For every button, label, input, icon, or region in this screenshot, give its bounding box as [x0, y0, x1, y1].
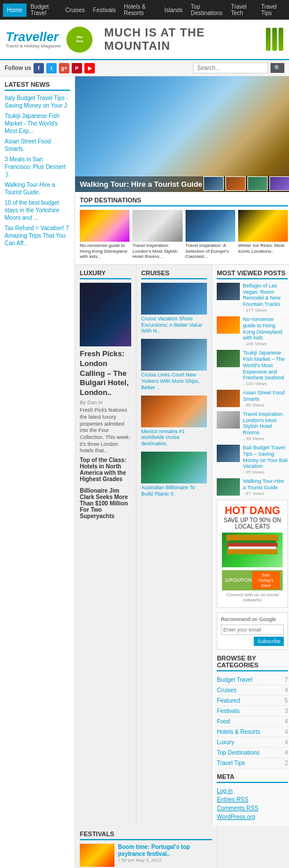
festival-item[interactable]: Boom time: Portugal's top psytrance fest… — [80, 844, 212, 867]
most-viewed-item[interactable]: Walking Tour-Hire a Tourist Guide- 97 Vi… — [217, 478, 288, 496]
header-ad-text: MUCH IS AT THE MOUNTAIN — [104, 26, 266, 53]
nav-item-festivals[interactable]: Festivals — [89, 3, 120, 17]
destination-item[interactable]: Travel Inspiration: A Selection of Europ… — [186, 210, 235, 260]
hero-thumb[interactable] — [247, 176, 268, 191]
nav-item-hotels-&-resorts[interactable]: Hotels & Resorts — [120, 0, 160, 20]
nav-item-budget-travel[interactable]: Budget Travel — [27, 0, 61, 20]
festivals-section-wrapper: Festivals Boom time: Portugal's top psyt… — [75, 826, 289, 868]
news-item[interactable]: 3 Meals in San Francisco: Plus Dessert :… — [5, 156, 70, 178]
luxury-title: Luxury — [80, 269, 131, 279]
most-viewed-item[interactable]: Bellagio of Las Vegas: Room Remodel & Ne… — [217, 283, 288, 313]
luxury-sub1[interactable]: Top of the Class: Hotels in North Americ… — [80, 457, 131, 482]
news-item[interactable]: Asian Street Food Smarts. — [5, 138, 70, 153]
meta-link[interactable]: WordPress.org — [217, 812, 288, 821]
twitter-icon[interactable]: t — [46, 63, 57, 73]
luxury-cruises-section: Luxury Fresh Picks: London Calling – The… — [75, 265, 289, 826]
left-sidebar: Latest News Italy Budget Travel Tips - S… — [0, 76, 75, 868]
groupon-label: GROUPON — [225, 577, 252, 583]
right-sidebar: Most Viewed Posts Bellagio of Las Vegas:… — [212, 265, 289, 826]
follow-label: Follow us — [5, 65, 31, 71]
subscribe-button[interactable]: Subscribe — [254, 637, 284, 646]
email-input[interactable] — [221, 625, 284, 635]
most-viewed-count: - 100 Views — [243, 381, 288, 386]
cruise-caption: Cruise Lines Court New Yorkers With More… — [141, 372, 207, 390]
facebook-icon[interactable]: f — [34, 63, 44, 73]
youtube-icon[interactable]: ▶ — [84, 63, 95, 73]
cruise-item[interactable]: Mexico remains #1 worldwide cruise desti… — [141, 396, 207, 447]
category-label: Top Destinations — [217, 749, 260, 756]
category-item[interactable]: Hotels & Resorts4 — [217, 727, 288, 737]
most-viewed-item[interactable]: No-nonsense guide to Hong Kong Disneylan… — [217, 316, 288, 346]
most-viewed-item[interactable]: Bali Budget Travel Tips – Saving Money o… — [217, 445, 288, 475]
search-button[interactable]: 🔍 — [271, 63, 284, 73]
category-item[interactable]: Top Destinations4 — [217, 748, 288, 758]
most-viewed-item[interactable]: Travel Inspiration: London's Most Stylis… — [217, 411, 288, 441]
search-input[interactable] — [193, 62, 268, 73]
hero-thumbnails — [203, 176, 289, 191]
most-viewed-text: Walking Tour-Hire a Tourist Guide — [243, 478, 288, 491]
burger-svg — [222, 533, 283, 559]
category-item[interactable]: Luxury4 — [217, 737, 288, 748]
hero-thumb[interactable] — [269, 176, 289, 191]
luxury-author: By Dan m — [80, 400, 131, 405]
nav-item-top-destinations[interactable]: Top Destinations — [187, 0, 227, 20]
festival-title: Boom time: Portugal's top psytrance fest… — [118, 844, 212, 858]
nav-item-cruises[interactable]: Cruises — [61, 3, 89, 17]
nav-item-islands[interactable]: Islands — [160, 3, 187, 17]
destination-item[interactable]: Winter Ice Rinks: Most Iconic Locations.… — [238, 210, 288, 260]
logo-text: Traveller — [6, 31, 58, 43]
today-deal-button[interactable]: See Today's Deal — [252, 571, 280, 589]
pinterest-icon[interactable]: P — [72, 63, 82, 73]
most-viewed-image — [217, 390, 240, 407]
meta-link[interactable]: Comments RSS — [217, 804, 288, 812]
category-count: 5 — [285, 697, 288, 704]
hero-thumb[interactable] — [203, 176, 224, 191]
news-item[interactable]: Tax Refund = Vacation! 7 Amazing Trips T… — [5, 224, 70, 247]
meta-link[interactable]: Entries RSS — [217, 795, 288, 804]
meta-link[interactable]: Log in — [217, 786, 288, 795]
mountain-dew-icon: MtnDew — [66, 27, 92, 53]
luxury-sub2[interactable]: Billionaire Jim Clark Seeks More Than $1… — [80, 487, 131, 519]
cruise-image — [141, 339, 207, 371]
news-item[interactable]: Italy Budget Travel Tips - Saving Money … — [5, 94, 70, 109]
cruise-item[interactable]: Australian Billionaire To Build Titanic … — [141, 452, 207, 497]
category-item[interactable]: Food4 — [217, 716, 288, 727]
category-count: 4 — [285, 749, 288, 756]
cruise-caption: Cruise Vacation Shore Excursions: A Bett… — [141, 316, 207, 334]
nav-item-travel-tips[interactable]: Travel Tips — [257, 0, 286, 20]
cruise-item[interactable]: Cruise Lines Court New Yorkers With More… — [141, 339, 207, 390]
categories-list: Budget Travel7Cruises4Featured5Festivals… — [217, 675, 288, 769]
groupon-bar: GROUPON See Today's Deal — [222, 570, 283, 590]
category-item[interactable]: Festivals3 — [217, 706, 288, 716]
news-item[interactable]: 10 of the best budget stays in the Yorks… — [5, 199, 70, 221]
most-viewed-image — [217, 316, 240, 334]
most-viewed-count: - 97 Views — [243, 491, 288, 496]
google-plus-icon[interactable]: g+ — [59, 63, 69, 73]
svg-rect-0 — [227, 534, 279, 541]
hot-deal-title: HOT DANG — [222, 505, 283, 517]
nav-item-home[interactable]: Home — [3, 3, 27, 17]
news-item[interactable]: Tsukiji Japanese Fish Market - The World… — [5, 112, 70, 135]
hot-deal-banner: HOT DANG SAVE UP TO 90% ON LOCAL EATS GR… — [217, 500, 288, 608]
most-viewed-text: Asian Street Food Smarts — [243, 390, 288, 402]
latest-news-list: Italy Budget Travel Tips - Saving Money … — [5, 94, 70, 247]
category-item[interactable]: Cruises4 — [217, 685, 288, 696]
category-item[interactable]: Travel Tips2 — [217, 758, 288, 769]
category-count: 4 — [285, 739, 288, 745]
email-subscribe-box: Recommend on Google Subscribe — [217, 612, 288, 650]
most-viewed-item[interactable]: Tsukiji Japanese Fish Market – The World… — [217, 350, 288, 386]
site-logo: Traveller Travel & Holiday Magazine — [6, 31, 61, 49]
most-viewed-count: - 177 Views — [243, 308, 288, 313]
hero-thumb[interactable] — [225, 176, 246, 191]
hero-image: Walking Tour: Hire a Tourist Guide — [75, 76, 289, 192]
destination-item[interactable]: Travel Inspiration: London's Most Stylis… — [132, 210, 182, 260]
cruise-item[interactable]: Cruise Vacation Shore Excursions: A Bett… — [141, 283, 207, 334]
category-item[interactable]: Budget Travel7 — [217, 675, 288, 685]
hot-deal-image — [222, 533, 283, 567]
follow-bar: Follow us f t g+ P ▶ 🔍 — [0, 60, 289, 76]
news-item[interactable]: Walking Tour-Hire a Tourist Guide. — [5, 181, 70, 196]
destination-item[interactable]: No-nonsense guide to Hong Kong Disneylan… — [80, 210, 129, 260]
nav-item-travel-tech[interactable]: Travel Tech — [227, 0, 257, 20]
most-viewed-item[interactable]: Asian Street Food Smarts- 96 Views — [217, 390, 288, 408]
category-item[interactable]: Featured5 — [217, 696, 288, 706]
